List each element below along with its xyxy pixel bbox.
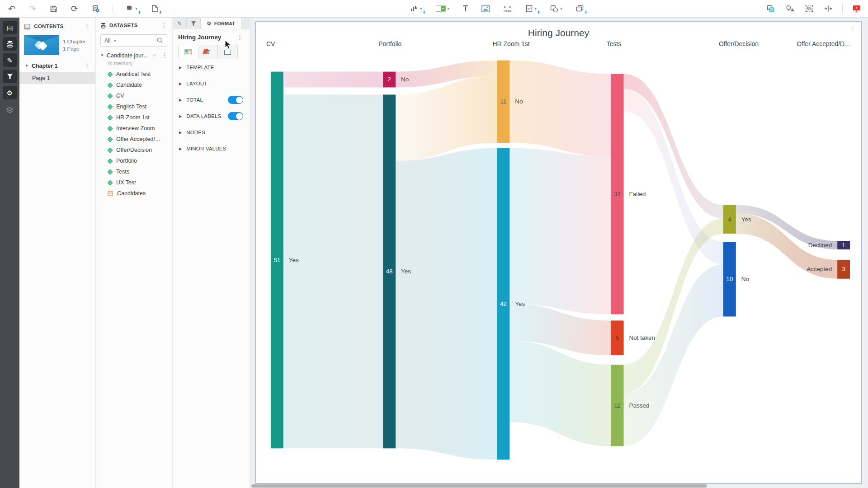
- sankey-svg[interactable]: CVPortfolioHR Zoom 1stTestsOffer/Decisio…: [256, 22, 861, 483]
- dataset-item[interactable]: Interview Zoom: [96, 123, 172, 134]
- datasets-panel-title: DATASETS: [109, 23, 138, 28]
- contents-menu-button[interactable]: ⋮: [83, 23, 91, 29]
- element-menu-button[interactable]: ⋮: [236, 34, 244, 41]
- format-section-layout[interactable]: ▶LAYOUT: [178, 75, 244, 92]
- data-source-menu-button[interactable]: ⋮: [160, 52, 169, 59]
- format-section-minor-values[interactable]: ▶MINOR VALUES: [178, 141, 244, 157]
- copy-layers-button[interactable]: [766, 4, 776, 14]
- dataset-item[interactable]: HR Zoom 1st: [96, 112, 172, 123]
- add-form-button[interactable]: ▾: [524, 4, 538, 14]
- column-header: Portfolio: [378, 40, 401, 47]
- dataset-diamond-icon: [107, 115, 113, 121]
- element-style-button[interactable]: ▾ ▾: [435, 5, 451, 13]
- report-thumbnail[interactable]: [24, 35, 59, 55]
- report-canvas[interactable]: Hiring Journey ⋮ CVPortfolioHR Zoom 1stT…: [250, 18, 868, 488]
- format-section-template[interactable]: ▶TEMPLATE: [178, 59, 244, 75]
- chart-menu-button[interactable]: ⋮: [849, 25, 857, 32]
- dataset-item[interactable]: English Test: [96, 101, 172, 112]
- mode-chart-button[interactable]: [179, 45, 198, 59]
- redo-icon: ↷: [29, 5, 36, 13]
- sidebar-item-settings[interactable]: ⚙: [3, 86, 17, 99]
- format-section-nodes[interactable]: ▶NODES: [178, 124, 244, 141]
- sankey-link[interactable]: [509, 148, 611, 314]
- mode-frame-button[interactable]: [218, 45, 237, 59]
- refresh-button[interactable]: ⟳: [70, 4, 79, 14]
- node-value: 2: [387, 76, 391, 83]
- horizontal-scrollbar[interactable]: [251, 484, 867, 488]
- group-frame-button[interactable]: [804, 4, 814, 13]
- add-page-icon: [151, 5, 158, 13]
- sidebar-item-contents[interactable]: ▤: [3, 21, 17, 34]
- toggle-data-labels[interactable]: [228, 112, 243, 120]
- collapse-icon[interactable]: ▶: [179, 147, 182, 151]
- fit-width-icon: [824, 5, 832, 12]
- dataset-item[interactable]: Offer Accepted/…: [96, 134, 172, 145]
- node-value: 51: [274, 257, 280, 263]
- sankey-link[interactable]: [396, 76, 497, 161]
- dataset-item[interactable]: CV: [96, 90, 172, 101]
- data-source-row[interactable]: ▼ Candidate jour… ✓ ⋮: [96, 50, 172, 60]
- chapter-row[interactable]: ▼ Chapter 1 ⋮: [19, 59, 95, 72]
- collapse-icon[interactable]: ▶: [179, 82, 182, 86]
- sankey-link[interactable]: [283, 94, 383, 448]
- dataset-search-box[interactable]: All ▾: [100, 34, 167, 47]
- format-section-label: TEMPLATE: [186, 65, 214, 70]
- chapter-menu-button[interactable]: ⋮: [83, 62, 91, 69]
- collapse-icon[interactable]: ▶: [179, 98, 182, 102]
- dataset-diamond-icon: [107, 93, 113, 99]
- dataset-item[interactable]: Tests: [96, 166, 172, 177]
- scrollbar-thumb[interactable]: [251, 484, 707, 488]
- add-page-button[interactable]: [150, 4, 159, 14]
- dataset-filter-select[interactable]: All: [104, 38, 110, 44]
- tab-filters[interactable]: [187, 18, 201, 29]
- fit-width-button[interactable]: [823, 4, 833, 13]
- add-panel-button[interactable]: [575, 4, 585, 14]
- sankey-link[interactable]: [396, 148, 497, 460]
- dataset-item[interactable]: Candidates: [96, 188, 172, 199]
- collapse-icon[interactable]: ▼: [25, 64, 28, 68]
- sankey-link[interactable]: [509, 61, 611, 156]
- collapse-icon[interactable]: ▶: [179, 66, 182, 70]
- dataset-item[interactable]: Offer/Decision: [96, 145, 172, 155]
- sankey-link[interactable]: [509, 341, 611, 446]
- chart-card[interactable]: Hiring Journey ⋮ CVPortfolioHR Zoom 1stT…: [255, 21, 862, 484]
- redo-button[interactable]: ↷: [28, 4, 37, 14]
- html-button[interactable]: < > HTML: [503, 4, 512, 14]
- format-section-data-labels[interactable]: ▶DATA LABELS: [178, 108, 244, 124]
- data-source-status-button[interactable]: [91, 4, 101, 14]
- text-button[interactable]: T: [462, 4, 469, 14]
- collapse-icon[interactable]: ▶: [179, 131, 182, 135]
- collapse-icon[interactable]: ▶: [179, 114, 182, 118]
- shapes-button[interactable]: ▾: [549, 4, 563, 14]
- format-section-total[interactable]: ▶TOTAL: [178, 92, 244, 108]
- search-icon[interactable]: [156, 37, 163, 44]
- node-label: Yes: [401, 268, 411, 275]
- mode-text-style-button[interactable]: T: [198, 45, 218, 59]
- datasets-menu-button[interactable]: ⋮: [160, 22, 168, 28]
- dataset-item[interactable]: Candidate: [96, 80, 172, 90]
- page-item-selected[interactable]: Page 1: [19, 72, 95, 84]
- add-data-source-button[interactable]: ▾: [125, 4, 139, 14]
- tab-format[interactable]: ⚙ FORMAT: [201, 18, 241, 29]
- toggle-total[interactable]: [228, 96, 243, 104]
- tab-edit[interactable]: ✎: [173, 18, 187, 29]
- column-header: Offer Accepted/D…: [797, 40, 851, 47]
- save-button[interactable]: [49, 4, 58, 14]
- dataset-item[interactable]: UX Test: [96, 177, 172, 188]
- collapse-icon[interactable]: ▼: [100, 53, 104, 57]
- add-chart-button[interactable]: ▾: [409, 4, 423, 14]
- image-button[interactable]: [481, 5, 491, 13]
- present-button[interactable]: [852, 4, 862, 14]
- node-label: No: [401, 76, 409, 83]
- sidebar-item-datasets[interactable]: [3, 37, 17, 51]
- add-panel-icon: [576, 5, 584, 13]
- undo-button[interactable]: ↶: [7, 4, 16, 14]
- sidebar-item-edit[interactable]: ✎: [3, 53, 17, 67]
- chapter-label: Chapter 1: [32, 63, 58, 69]
- sankey-link[interactable]: [283, 72, 383, 88]
- dataset-item[interactable]: Portfolio: [96, 155, 172, 166]
- dataset-item[interactable]: Analitical Test: [96, 69, 172, 80]
- sidebar-item-filters[interactable]: [3, 70, 17, 83]
- sidebar-item-layers[interactable]: [3, 103, 17, 117]
- insights-button[interactable]: [785, 4, 795, 14]
